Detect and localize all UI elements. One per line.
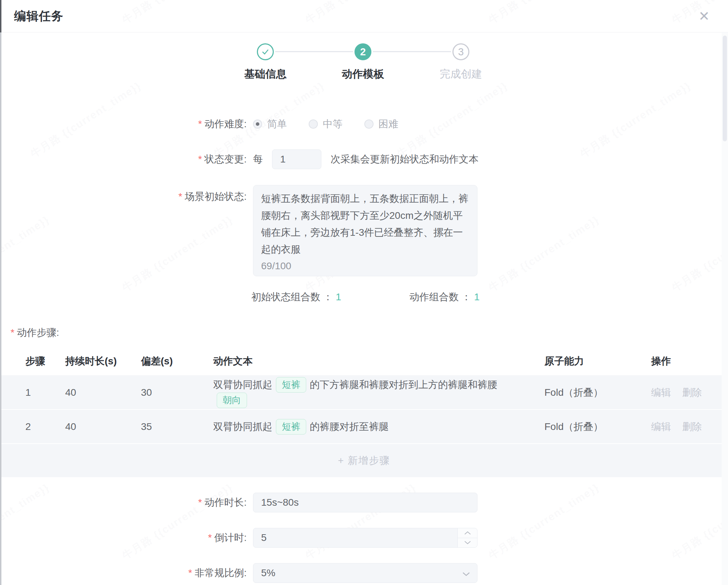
- unusual-ratio-label: *非常规比例:: [0, 566, 247, 580]
- dialog-title: 编辑任务: [14, 8, 63, 24]
- scrollbar-thumb[interactable]: [723, 36, 727, 141]
- state-change-label: *状态变更:: [0, 153, 247, 166]
- dialog-header: 编辑任务 ✕: [0, 0, 728, 32]
- state-change-prefix: 每: [253, 153, 263, 166]
- check-icon: [260, 47, 271, 57]
- step-circle-1[interactable]: [257, 43, 274, 60]
- initial-state-label: *场景初始状态:: [0, 185, 247, 203]
- close-icon[interactable]: ✕: [698, 10, 710, 23]
- action-steps-table: 步骤持续时长(s)偏差(s)动作文本原子能力操作 14030双臂协同抓起短裤的下…: [0, 347, 728, 477]
- radio-label: 困难: [378, 117, 398, 131]
- action-tag: 短裤: [276, 377, 306, 393]
- step-circle-3[interactable]: 3: [452, 43, 469, 60]
- action-steps-label: * 动作步骤:: [0, 326, 728, 339]
- action-text-segment: 双臂协同抓起: [213, 420, 272, 433]
- state-change-input[interactable]: [272, 149, 321, 169]
- delete-link[interactable]: 删除: [682, 386, 702, 399]
- action-combo-count: 动作组合数 ：1: [409, 290, 480, 304]
- radio-circle-icon: [253, 119, 262, 129]
- duration-row: *动作时长:: [0, 493, 728, 512]
- stepper: 基础信息2动作模板3完成创建: [0, 32, 728, 93]
- action-tag: 短裤: [276, 419, 306, 435]
- initial-state-row: *场景初始状态: 短裤五条数据背面朝上，五条数据正面朝上，裤腰朝右，离头部视野下…: [0, 185, 728, 276]
- difficulty-radio-group: 简单中等困难: [253, 117, 398, 131]
- radio-label: 中等: [323, 117, 343, 131]
- duration-input[interactable]: [253, 493, 477, 512]
- action-text-segment: 的裤腰对折至裤腿: [310, 420, 389, 433]
- initial-state-text: 短裤五条数据背面朝上，五条数据正面朝上，裤腰朝右，离头部视野下方至少20cm之外…: [261, 193, 468, 255]
- radio-circle-icon: [309, 119, 318, 129]
- initial-state-textarea[interactable]: 短裤五条数据背面朝上，五条数据正面朝上，裤腰朝右，离头部视野下方至少20cm之外…: [253, 185, 477, 276]
- cell-deviation: 35: [125, 421, 197, 432]
- step-label-2[interactable]: 动作模板: [342, 67, 384, 81]
- duration-label: *动作时长:: [0, 496, 247, 509]
- state-change-row: *状态变更: 每 次采集会更新初始状态和动作文本: [0, 149, 728, 169]
- step-label-1[interactable]: 基础信息: [244, 67, 286, 81]
- cell-deviation: 30: [125, 387, 197, 398]
- scrollbar-track[interactable]: [722, 33, 728, 585]
- edit-link[interactable]: 编辑: [651, 420, 671, 433]
- table-header-cell-3: 偏差(s): [125, 355, 197, 368]
- cell-ability: Fold（折叠）: [529, 386, 635, 399]
- table-row-2: 24035双臂协同抓起短裤的裤腰对折至裤腿Fold（折叠）编辑删除: [0, 410, 728, 444]
- difficulty-radio-3[interactable]: 困难: [364, 117, 398, 131]
- table-header-cell-1: 步骤: [0, 355, 49, 368]
- cell-operations: 编辑删除: [635, 420, 728, 433]
- step-circle-2[interactable]: 2: [354, 43, 371, 60]
- difficulty-label: *动作难度:: [0, 117, 247, 131]
- char-counter: 69/100: [261, 261, 291, 271]
- number-spinner: [457, 528, 477, 547]
- action-tag: 朝向: [217, 393, 247, 408]
- initial-combo-count: 初始状态组合数 ：1: [251, 290, 341, 304]
- action-text-segment: 的下方裤腿和裤腰对折到上方的裤腿和裤腰: [310, 378, 497, 392]
- spinner-down-icon[interactable]: [458, 538, 477, 548]
- table-header-row: 步骤持续时长(s)偏差(s)动作文本原子能力操作: [0, 347, 728, 376]
- state-change-suffix: 次采集会更新初始状态和动作文本: [331, 153, 479, 166]
- add-step-button[interactable]: + 新增步骤: [0, 444, 728, 477]
- unusual-ratio-value: 5%: [261, 567, 275, 579]
- cell-duration: 40: [49, 387, 125, 398]
- combo-counts-row: 初始状态组合数 ：1 动作组合数 ：1: [251, 290, 480, 304]
- difficulty-radio-1[interactable]: 简单: [253, 117, 287, 131]
- window-left-edge: [0, 0, 1, 585]
- cell-action-text: 双臂协同抓起短裤的下方裤腿和裤腰对折到上方的裤腿和裤腰朝向: [197, 377, 529, 408]
- table-header-cell-2: 持续时长(s): [49, 355, 125, 368]
- action-combo-value: 1: [474, 291, 480, 302]
- initial-combo-value: 1: [336, 291, 341, 302]
- delete-link[interactable]: 删除: [682, 420, 702, 433]
- table-header-cell-4: 动作文本: [197, 355, 529, 368]
- step-label-3[interactable]: 完成创建: [440, 67, 482, 81]
- countdown-input[interactable]: [253, 528, 477, 548]
- chevron-down-icon: [462, 567, 470, 579]
- table-header-cell-6: 操作: [635, 355, 728, 368]
- edit-link[interactable]: 编辑: [651, 386, 671, 399]
- radio-label: 简单: [267, 117, 287, 131]
- difficulty-row: *动作难度: 简单中等困难: [0, 118, 728, 130]
- cell-step: 1: [0, 387, 49, 398]
- cell-ability: Fold（折叠）: [529, 420, 635, 433]
- step-connector: [373, 51, 451, 52]
- cell-action-text: 双臂协同抓起短裤的裤腰对折至裤腿: [197, 419, 529, 435]
- countdown-row: *倒计时:: [0, 528, 728, 548]
- required-mark: *: [198, 118, 202, 129]
- cell-step: 2: [0, 421, 49, 432]
- countdown-label: *倒计时:: [0, 531, 247, 544]
- table-header-cell-5: 原子能力: [529, 355, 635, 368]
- dialog-body: 基础信息2动作模板3完成创建 *动作难度: 简单中等困难 *状态变更: 每 次采…: [0, 32, 728, 583]
- table-row-1: 14030双臂协同抓起短裤的下方裤腿和裤腰对折到上方的裤腿和裤腰朝向Fold（折…: [0, 376, 728, 410]
- difficulty-radio-2[interactable]: 中等: [309, 117, 343, 131]
- unusual-ratio-row: *非常规比例: 5%: [0, 563, 728, 583]
- spinner-up-icon[interactable]: [458, 528, 477, 538]
- cell-operations: 编辑删除: [635, 386, 728, 399]
- cell-duration: 40: [49, 421, 125, 432]
- step-connector: [275, 51, 353, 52]
- radio-circle-icon: [364, 119, 374, 129]
- action-text-segment: 双臂协同抓起: [213, 378, 272, 392]
- unusual-ratio-select[interactable]: 5%: [253, 563, 477, 583]
